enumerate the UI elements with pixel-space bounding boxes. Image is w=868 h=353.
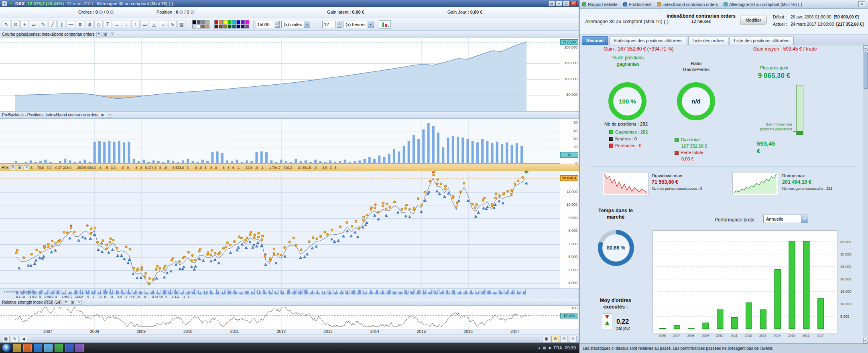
window-tab[interactable]: Allemagne 30 au comptant (Mini 1€) (-) bbox=[724, 2, 802, 7]
buy-arrow-icon[interactable]: ↑ bbox=[131, 20, 140, 28]
wave-icon[interactable]: ∿ bbox=[168, 20, 177, 28]
color-swatch[interactable] bbox=[236, 20, 240, 24]
close-button[interactable]: ✕ bbox=[570, 1, 577, 6]
app-icon[interactable] bbox=[13, 344, 21, 352]
report-tab[interactable]: Statistiques des positions clôturées bbox=[609, 36, 687, 45]
clock[interactable]: 09:39 bbox=[565, 345, 577, 350]
window-tab[interactable]: index&bond contrarian orders bbox=[657, 2, 718, 7]
color-swatch[interactable] bbox=[232, 20, 236, 24]
zoom-out-button[interactable]: ⊖ bbox=[560, 336, 568, 342]
rsi-axis[interactable]: 10057,474 bbox=[560, 306, 579, 329]
parallel-lines-icon[interactable]: ∥ bbox=[57, 20, 66, 28]
color-swatch[interactable] bbox=[192, 24, 196, 28]
positions-histogram-chart[interactable] bbox=[0, 119, 560, 164]
language-indicator[interactable]: FRA bbox=[554, 346, 562, 350]
horizontal-line-icon[interactable]: — bbox=[67, 20, 75, 28]
app-icon[interactable] bbox=[55, 344, 63, 352]
units-input[interactable]: 15000 bbox=[256, 21, 274, 28]
pencil-icon[interactable]: ✎ bbox=[39, 20, 47, 28]
detach-icon[interactable]: ▣ bbox=[100, 113, 105, 118]
color-swatch[interactable] bbox=[223, 20, 227, 24]
window-tab[interactable]: Rapport détaillé bbox=[582, 2, 618, 7]
rectangle-icon[interactable]: ▭ bbox=[140, 20, 149, 28]
sell-arrow-icon[interactable]: ↓ bbox=[122, 20, 130, 28]
tray-icon[interactable]: ◆ bbox=[549, 346, 551, 350]
text-icon[interactable]: T bbox=[104, 20, 112, 28]
color-swatch[interactable] bbox=[201, 24, 205, 28]
position-icon[interactable] bbox=[191, 10, 194, 14]
close-icon[interactable]: ✕ bbox=[24, 165, 29, 170]
eraser-icon[interactable]: ▱ bbox=[30, 20, 38, 28]
chart-style-button[interactable]: ▼ bbox=[379, 20, 391, 28]
report-tab[interactable]: Résumé bbox=[582, 36, 608, 45]
pitchfork-icon[interactable]: ψ bbox=[85, 20, 94, 28]
maximize-button[interactable]: ▢ bbox=[563, 1, 569, 6]
pattern-icon[interactable]: ▨ bbox=[177, 20, 186, 28]
period-dropdown[interactable]: (x) heures▼ bbox=[343, 21, 374, 28]
report-scrollbar[interactable]: ▲ ▼ bbox=[863, 45, 868, 343]
window-tab[interactable]: ProBacktest bbox=[623, 2, 652, 7]
color-swatch[interactable] bbox=[201, 20, 205, 24]
line-icon[interactable]: ╱ bbox=[48, 20, 57, 28]
color-swatch[interactable] bbox=[232, 24, 236, 28]
color-swatch[interactable] bbox=[228, 24, 232, 28]
minimize-button[interactable]: ─ bbox=[556, 1, 562, 6]
scroll-left-button[interactable]: ◀ bbox=[20, 336, 27, 342]
performance-bar-chart[interactable] bbox=[653, 231, 838, 333]
scroll-down-button[interactable]: ▼ bbox=[863, 338, 868, 343]
rsi-chart[interactable] bbox=[0, 306, 560, 329]
pan-icon[interactable]: ✛ bbox=[569, 336, 577, 342]
positions-axis[interactable]: 5040302010011 bbox=[560, 119, 579, 164]
start-button[interactable]: ⊞ bbox=[2, 343, 11, 352]
zoom-in-button[interactable]: ⊕ bbox=[551, 336, 559, 342]
close-icon[interactable]: ✕ bbox=[110, 32, 115, 37]
color-swatch[interactable] bbox=[228, 20, 232, 24]
color-swatch[interactable] bbox=[219, 24, 223, 28]
color-swatch[interactable] bbox=[192, 20, 196, 24]
channel-icon[interactable]: ◇ bbox=[94, 20, 103, 28]
period-stepper[interactable]: ▲▼ bbox=[337, 21, 342, 28]
detach-icon[interactable]: ▣ bbox=[17, 165, 22, 170]
gear-icon[interactable]: ⚙ bbox=[63, 300, 68, 305]
layout-icon[interactable]: ▤ bbox=[549, 1, 555, 6]
equity-axis[interactable]: 200 000150 000100 00050 000217,584 bbox=[560, 38, 579, 111]
fibonacci-icon[interactable]: ≡ bbox=[76, 20, 84, 28]
modify-button[interactable]: Modifier bbox=[740, 16, 766, 24]
close-icon[interactable]: ✕ bbox=[107, 113, 112, 118]
color-swatch[interactable] bbox=[223, 24, 227, 28]
color-swatch[interactable] bbox=[236, 24, 240, 28]
units-stepper[interactable]: ▲▼ bbox=[275, 21, 280, 28]
time-axis[interactable]: 2007200820092010201120122013201420152016… bbox=[0, 329, 579, 335]
close-button[interactable]: ✕ bbox=[858, 1, 865, 7]
gear-icon[interactable]: ⚙ bbox=[10, 165, 15, 170]
report-tab[interactable]: Liste des positions clôturées bbox=[730, 36, 794, 45]
performance-period-select[interactable]: Annuelle ▼ bbox=[763, 215, 808, 223]
time-scrollbar[interactable] bbox=[31, 337, 539, 341]
orders-icon[interactable] bbox=[110, 10, 114, 14]
close-icon[interactable]: ✕ bbox=[77, 300, 82, 305]
color-swatch[interactable] bbox=[241, 20, 245, 24]
app-icon[interactable] bbox=[65, 344, 73, 352]
zoom-icon[interactable]: ⊙ bbox=[11, 20, 20, 28]
calendar-icon[interactable]: ▦ bbox=[2, 336, 10, 342]
tray-icon[interactable]: ▦ bbox=[543, 346, 546, 350]
color-swatch[interactable] bbox=[214, 24, 218, 28]
crosshair-icon[interactable]: + bbox=[20, 20, 29, 28]
arrow-icon[interactable]: → bbox=[113, 20, 121, 28]
app-icon[interactable] bbox=[75, 344, 84, 352]
app-icon[interactable] bbox=[34, 344, 42, 352]
color-swatch[interactable] bbox=[245, 24, 249, 28]
price-chart[interactable] bbox=[0, 171, 560, 288]
scroll-up-button[interactable]: ▲ bbox=[863, 45, 868, 51]
app-icon[interactable] bbox=[44, 344, 53, 352]
period-input[interactable]: 12 bbox=[322, 21, 336, 28]
window-handle-icon[interactable]: ◂ bbox=[2, 1, 7, 6]
equity-curve-chart[interactable] bbox=[0, 38, 560, 111]
cursor-icon[interactable]: ↖ bbox=[2, 20, 10, 28]
report-tab[interactable]: Liste des ordres bbox=[688, 36, 728, 45]
color-swatch[interactable] bbox=[245, 20, 249, 24]
position-icon[interactable] bbox=[179, 10, 183, 14]
color-swatch[interactable] bbox=[197, 20, 201, 24]
detach-icon[interactable]: ▣ bbox=[103, 32, 108, 37]
triangle-icon[interactable]: △ bbox=[150, 20, 158, 28]
